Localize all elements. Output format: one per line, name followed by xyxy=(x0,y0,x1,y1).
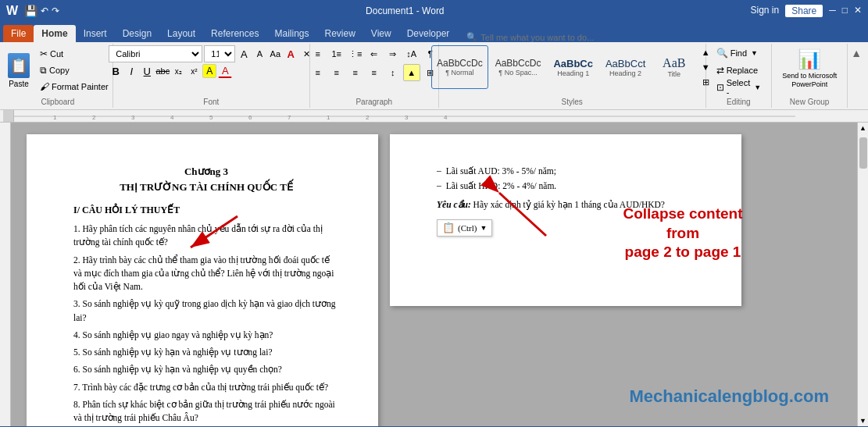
cut-copy-format-col: ✂ Cut ⧉ Copy 🖌 Format Painter xyxy=(36,46,113,94)
vertical-ruler xyxy=(0,123,11,426)
cut-button[interactable]: ✂ Cut xyxy=(36,46,113,62)
style-title-btn[interactable]: AaB Title xyxy=(652,45,695,89)
select-label: Select - xyxy=(727,78,751,97)
yeu-cau-label: Yêu cầu: xyxy=(437,200,471,209)
font-group-content: Calibri 11 A A Aa A ✕ B I U abc x₂ x² A … xyxy=(109,45,313,89)
select-btn[interactable]: ⊡ Select - ▼ xyxy=(711,80,767,95)
find-btn[interactable]: 🔍 Find ▼ xyxy=(711,45,767,61)
multilevel-btn[interactable]: ⋮≡ xyxy=(347,45,364,62)
bullet-dash-1: – xyxy=(437,165,441,176)
quick-save[interactable]: 💾 xyxy=(24,5,38,17)
font-group: Calibri 11 A A Aa A ✕ B I U abc x₂ x² A … xyxy=(113,44,310,108)
sign-in-btn[interactable]: Sign in xyxy=(751,5,780,17)
style-nospace-btn[interactable]: AaBbCcDc ¶ No Spac... xyxy=(490,45,547,89)
font-color-btn[interactable]: A xyxy=(218,64,232,78)
collapse-ribbon-btn[interactable]: ▲ xyxy=(848,44,865,62)
style-h2-btn[interactable]: AaBbCct Heading 2 xyxy=(600,45,651,89)
tab-file[interactable]: File xyxy=(3,25,34,42)
scroll-thumb[interactable] xyxy=(859,137,867,169)
question-1: 1. Hãy phân tích các nguyên nhân chủ yếu… xyxy=(73,222,339,250)
decrease-indent-btn[interactable]: ⇐ xyxy=(366,45,383,62)
align-right-btn[interactable]: ≡ xyxy=(347,64,364,81)
bullets-btn[interactable]: ≡ xyxy=(309,45,327,62)
word-icon: W xyxy=(6,4,18,18)
replace-icon: ⇄ xyxy=(716,65,724,76)
tab-mailings[interactable]: Mailings xyxy=(266,25,316,42)
sort-btn[interactable]: ↕A xyxy=(403,45,420,62)
numbering-btn[interactable]: 1≡ xyxy=(328,45,345,62)
share-btn[interactable]: Share xyxy=(785,5,823,17)
bold-btn[interactable]: B xyxy=(109,64,123,78)
font-size-select[interactable]: 11 xyxy=(204,45,235,62)
tab-developer[interactable]: Developer xyxy=(399,25,458,42)
strikethrough-btn[interactable]: abc xyxy=(155,64,170,78)
vertical-scrollbar[interactable]: ▲ ▼ xyxy=(857,123,868,426)
minimize-btn[interactable]: ─ xyxy=(829,5,836,17)
ctrl-dropdown-icon[interactable]: ▼ xyxy=(480,224,487,232)
select-dropdown-icon[interactable]: ▼ xyxy=(754,84,761,91)
underline-btn[interactable]: U xyxy=(140,64,154,78)
change-case-btn[interactable]: Aa xyxy=(268,47,282,61)
question-6: 6. So sánh nghiệp vụ kỳ hạn và nghiệp vụ… xyxy=(73,363,339,376)
title-bar-center: Document1 - Word xyxy=(366,5,444,16)
copy-button[interactable]: ⧉ Copy xyxy=(36,62,113,78)
superscript-btn[interactable]: x² xyxy=(187,64,201,78)
style-normal-btn[interactable]: AaBbCcDc ¶ Normal xyxy=(431,45,488,89)
question-3: 3. So sánh nghiệp vụ kỳ quỹ trong giao d… xyxy=(73,297,339,325)
quick-undo[interactable]: ↶ xyxy=(41,5,48,16)
paste-button[interactable]: 📋 Paste xyxy=(3,47,34,94)
style-h1-label: Heading 1 xyxy=(557,69,589,77)
tab-review[interactable]: Review xyxy=(316,25,363,42)
powerpoint-icon: 📊 xyxy=(798,48,821,70)
style-title-label: Title xyxy=(667,70,680,78)
tab-view[interactable]: View xyxy=(363,25,399,42)
font-size-increase[interactable]: A xyxy=(237,47,251,61)
pages-area: Chương 3 THỊ TRƯỜNG TÀI CHÍNH QUỐC TẾ I/… xyxy=(11,123,857,426)
tab-insert[interactable]: Insert xyxy=(76,25,115,42)
italic-btn[interactable]: I xyxy=(124,64,138,78)
font-name-select[interactable]: Calibri xyxy=(109,45,202,62)
increase-indent-btn[interactable]: ⇒ xyxy=(384,45,402,62)
search-icon: 🔍 xyxy=(466,32,477,42)
close-btn[interactable]: ✕ xyxy=(854,5,862,17)
send-to-powerpoint-label: Send to Microsoft PowerPoint xyxy=(781,72,838,89)
tab-design[interactable]: Design xyxy=(115,25,159,42)
tab-references[interactable]: References xyxy=(203,25,266,42)
quick-redo[interactable]: ↷ xyxy=(52,5,59,16)
style-h1-btn[interactable]: AaBbCc Heading 1 xyxy=(548,45,598,89)
justify-btn[interactable]: ≡ xyxy=(366,64,383,81)
style-nospace-preview: AaBbCcDc xyxy=(495,58,541,69)
text-effects-btn[interactable]: A xyxy=(284,47,298,61)
replace-btn[interactable]: ⇄ Replace xyxy=(711,62,767,78)
format-painter-button[interactable]: 🖌 Format Painter xyxy=(36,79,113,94)
send-to-powerpoint-btn[interactable]: 📊 Send to Microsoft PowerPoint xyxy=(777,45,842,92)
find-dropdown-icon[interactable]: ▼ xyxy=(751,49,758,57)
copy-icon: ⧉ xyxy=(40,65,47,76)
text-highlight-btn[interactable]: A xyxy=(202,64,216,78)
font-size-decrease[interactable]: A xyxy=(252,47,266,61)
scroll-down-btn[interactable]: ▼ xyxy=(858,415,868,426)
align-center-btn[interactable]: ≡ xyxy=(328,64,345,81)
horizontal-ruler: 1 2 3 4 5 6 7 1 2 3 4 xyxy=(0,110,868,123)
editing-group: 🔍 Find ▼ ⇄ Replace ⊡ Select - ▼ Editing xyxy=(706,44,772,108)
page2-bullet-2: – Lãi suất HKD: 2% - 4%/ năm. xyxy=(437,180,702,191)
line-spacing-btn[interactable]: ↕ xyxy=(384,64,402,81)
paste-icon: 📋 xyxy=(8,53,30,78)
tell-me-input[interactable] xyxy=(480,33,637,42)
font-row-1: Calibri 11 A A Aa A ✕ xyxy=(109,45,313,62)
format-painter-label: Format Painter xyxy=(52,82,109,91)
shading-btn[interactable]: ▲ xyxy=(403,64,420,81)
maximize-btn[interactable]: □ xyxy=(842,5,848,17)
subscript-btn[interactable]: x₂ xyxy=(171,64,185,78)
svg-text:4: 4 xyxy=(444,114,448,121)
document-title: Document1 - Word xyxy=(366,5,444,16)
replace-label: Replace xyxy=(727,66,758,75)
svg-text:2: 2 xyxy=(92,114,96,121)
align-left-btn[interactable]: ≡ xyxy=(309,64,327,81)
scroll-up-btn[interactable]: ▲ xyxy=(858,123,868,133)
svg-text:5: 5 xyxy=(209,114,213,121)
ctrl-tooltip-text: (Ctrl) xyxy=(458,223,477,233)
tab-layout[interactable]: Layout xyxy=(159,25,203,42)
svg-text:3: 3 xyxy=(405,114,409,121)
tab-home[interactable]: Home xyxy=(34,25,75,42)
